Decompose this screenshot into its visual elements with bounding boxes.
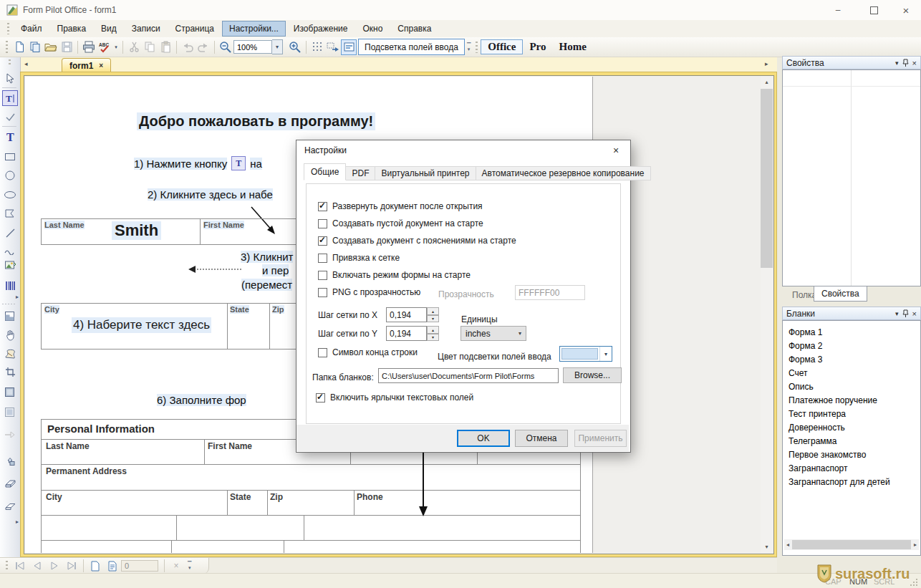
doc-step3-line3[interactable]: (перемест [241, 279, 292, 291]
blank-item-telegramma[interactable]: Телеграмма [783, 435, 920, 448]
menu-image[interactable]: Изображение [286, 21, 355, 37]
ok-button[interactable]: OK [457, 430, 510, 447]
properties-close-icon[interactable]: × [912, 59, 917, 67]
scrollbar-thumb[interactable] [761, 89, 773, 268]
flow-arrow-tool-icon[interactable] [2, 427, 18, 443]
eraser-tool-icon[interactable] [2, 476, 18, 491]
checkbox-text-field-labels[interactable]: ✓Включить ярлычки текстовых полей [316, 393, 473, 403]
blank-item-schet[interactable]: Счет [783, 367, 920, 380]
properties-menu-icon[interactable]: ▾ [895, 59, 899, 67]
checkbox-end-of-line-symbol[interactable]: ✓Символ конца строки [318, 348, 418, 357]
cut-icon[interactable] [126, 39, 142, 55]
stamp-tool-icon[interactable] [2, 346, 18, 362]
forms-folder-input[interactable] [378, 368, 559, 383]
tab-scroll-right-icon[interactable]: ▸ [765, 60, 768, 67]
zoom-level-input[interactable] [233, 40, 272, 54]
paste-icon[interactable] [158, 39, 173, 55]
doc-step3-line1[interactable]: 3) Кликнит [241, 251, 293, 263]
menu-page[interactable]: Страница [168, 21, 221, 37]
navbar-grip[interactable] [6, 561, 8, 571]
image-tool-icon[interactable] [2, 258, 18, 274]
highlight-fields-icon[interactable] [341, 39, 357, 55]
hscroll-left-icon[interactable]: ◂ [784, 541, 791, 548]
send-to-back-tool-icon[interactable] [2, 453, 18, 468]
blank-item-forma1[interactable]: Форма 1 [783, 326, 920, 339]
palette-grip[interactable] [9, 59, 11, 67]
minimize-button[interactable]: – [829, 4, 847, 16]
dialog-tab-general[interactable]: Общие [304, 163, 346, 180]
spellcheck-icon[interactable]: ABC [97, 39, 112, 55]
new-record-icon[interactable] [87, 559, 104, 572]
open-document-icon[interactable] [43, 39, 59, 55]
blank-item-zagranpasport-deti[interactable]: Загранпаспорт для детей [783, 476, 920, 489]
crop-tool-icon[interactable] [2, 364, 18, 380]
previous-record-icon[interactable] [29, 559, 46, 572]
menu-file[interactable]: Файл [14, 21, 49, 37]
new-document-icon[interactable] [11, 39, 27, 55]
freehand-tool-icon[interactable] [2, 244, 18, 259]
navbar-overflow-icon[interactable]: ▔▾ [188, 562, 191, 569]
palette-expand-icon[interactable]: ▸ [16, 294, 19, 300]
first-record-icon[interactable] [11, 559, 29, 572]
grid-step-x-spinner[interactable]: ▴▾ [427, 307, 439, 322]
transparency-input[interactable] [515, 285, 585, 300]
dialog-close-icon[interactable]: × [607, 143, 625, 158]
menu-settings[interactable]: Настройки... [222, 21, 286, 37]
checkbox-png-transparency[interactable]: ✓PNG с прозрачностью [318, 288, 420, 297]
grid-step-y-input[interactable] [386, 326, 427, 341]
grid-step-x-input[interactable] [386, 307, 427, 322]
rectangle-tool-icon[interactable] [2, 149, 18, 165]
polygon-tool-icon[interactable] [2, 206, 18, 221]
doc-step4-field[interactable]: 4) Наберите текст здесь [72, 317, 211, 333]
dialog-tab-pdf[interactable]: PDF [345, 166, 375, 180]
checkbox-maximize-after-open[interactable]: ✓Развернуть документ после открытия [318, 202, 483, 211]
palette-expand2-icon[interactable]: ▸ [16, 519, 19, 525]
menu-view[interactable]: Вид [94, 21, 124, 37]
record-number-input[interactable] [121, 560, 158, 572]
checkmark-tool-icon[interactable] [2, 109, 18, 125]
line-tool-icon[interactable] [2, 225, 18, 241]
print-icon[interactable] [81, 39, 97, 55]
menu-records[interactable]: Записи [125, 21, 168, 37]
pan-hand-tool-icon[interactable] [2, 327, 18, 343]
blanks-close-icon[interactable]: × [912, 309, 917, 318]
doc-lastname-value-field[interactable]: Smith [112, 221, 161, 240]
blank-item-zagranpasport[interactable]: Загранпаспорт [783, 462, 920, 476]
toolbar-grip[interactable] [6, 41, 8, 54]
tab-close-icon[interactable]: × [99, 62, 103, 69]
blanks-pin-icon[interactable] [902, 309, 909, 317]
scroll-down-icon[interactable]: ▾ [761, 541, 773, 553]
duplicate-document-icon[interactable] [27, 39, 43, 55]
zoom-in-icon[interactable] [287, 39, 303, 55]
edition-home-button[interactable]: Home [553, 40, 593, 54]
circle-tool-icon[interactable] [2, 168, 18, 183]
doc-heading-field[interactable]: Добро пожаловать в программу! [137, 112, 375, 130]
next-record-icon[interactable] [46, 559, 63, 572]
dialog-tab-auto-backup[interactable]: Автоматическое резервное копирование [476, 166, 651, 180]
fill-area-tool-icon[interactable] [2, 308, 18, 324]
undo-icon[interactable] [180, 39, 196, 55]
checkbox-blank-doc-on-start[interactable]: ✓Создавать пустой документ на старте [318, 219, 483, 228]
tab-scroll-left-icon[interactable]: ◂ [24, 60, 28, 67]
doc-step6-field[interactable]: 6) Заполните фор [157, 394, 246, 406]
checkbox-explained-doc-on-start[interactable]: ✓Создавать документ с пояснениями на ста… [318, 236, 516, 246]
blank-item-test-printera[interactable]: Тест принтера [783, 408, 920, 421]
barcode-tool-icon[interactable] [2, 278, 18, 294]
maximize-button[interactable] [864, 4, 883, 16]
save-icon[interactable] [59, 39, 74, 55]
document-tab-form1[interactable]: form1 × [62, 58, 111, 72]
redo-icon[interactable] [196, 39, 211, 55]
grid-step-y-spinner[interactable]: ▴▾ [427, 326, 439, 341]
eraser2-tool-icon[interactable] [2, 498, 18, 514]
close-button[interactable]: × [897, 4, 915, 16]
blank-item-forma2[interactable]: Форма 2 [783, 339, 920, 353]
dialog-tab-virtual-printer[interactable]: Виртуальный принтер [375, 166, 476, 180]
dock-tab-properties[interactable]: Свойства [814, 286, 867, 302]
resize-grip-icon[interactable] [910, 579, 918, 587]
blank-item-forma3[interactable]: Форма 3 [783, 353, 920, 367]
record-list-icon[interactable] [104, 559, 121, 572]
checkbox-snap-to-grid[interactable]: ✓Привязка к сетке [318, 254, 400, 263]
blanks-horizontal-scrollbar[interactable]: ◂ ▸ [784, 539, 919, 550]
hscroll-thumb[interactable] [792, 540, 911, 549]
move-field-icon[interactable] [325, 39, 341, 55]
